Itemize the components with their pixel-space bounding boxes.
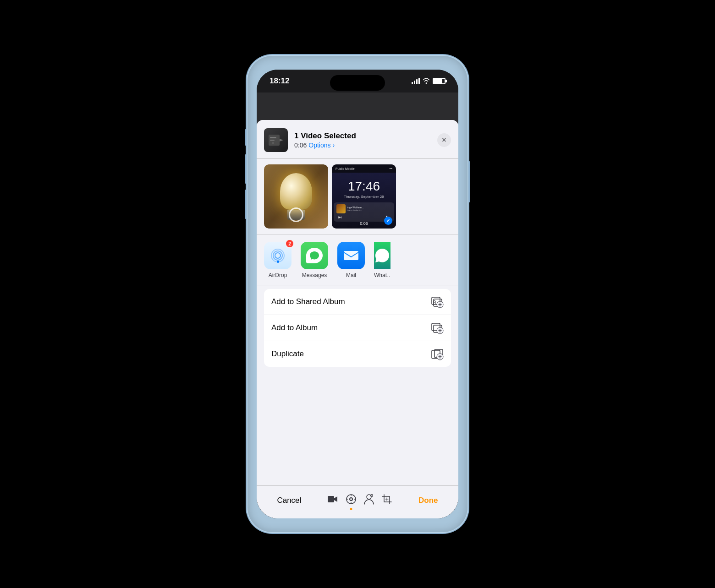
rewind-icon: ⏮ [338, 215, 342, 219]
add-album-icon [431, 321, 444, 334]
crop-icon[interactable] [381, 494, 392, 507]
airdrop-label: AirDrop [269, 272, 287, 278]
album-art [336, 204, 346, 213]
duplicate-label: Duplicate [271, 349, 304, 359]
phone-frame: 18:12 [248, 56, 468, 532]
options-link[interactable]: Options › [308, 142, 335, 149]
svg-rect-2 [270, 140, 275, 141]
header-info: 1 Video Selected 0:06 Options › [294, 131, 431, 149]
app-item-whatsapp[interactable]: What… [374, 242, 390, 278]
bg-content: 1 Video Selected 0:06 Options › × [257, 93, 458, 518]
header-thumbnail [264, 128, 288, 152]
action-item-shared-album[interactable]: Add to Shared Album [264, 289, 451, 315]
svg-rect-15 [328, 496, 334, 502]
media-thumb-screen[interactable]: Public Mobile ▪▪▪ 17:46 Thursday, Septem… [332, 164, 396, 229]
status-icons [412, 77, 446, 85]
shared-album-label: Add to Shared Album [271, 297, 345, 306]
duplicate-icon [431, 348, 444, 360]
dynamic-island [330, 75, 385, 91]
svg-point-18 [350, 498, 352, 500]
status-time: 18:12 [270, 76, 289, 86]
header-title: 1 Video Selected [294, 131, 431, 141]
selection-circle [289, 207, 303, 222]
music-controls: ⏮ ⏸ ✓ [336, 215, 391, 220]
sheet-header: 1 Video Selected 0:06 Options › × [257, 120, 458, 159]
apps-row: 2 AirDrop [257, 234, 458, 285]
battery-icon [433, 78, 446, 84]
power-button[interactable] [468, 161, 470, 202]
screen-status-bar: Public Mobile ▪▪▪ [332, 164, 396, 173]
screen-date: Thursday, September 29 [344, 195, 384, 199]
svg-rect-1 [270, 137, 276, 138]
video-duration: 0:06 [360, 221, 368, 226]
whatsapp-label: What… [374, 272, 390, 278]
person-icon[interactable] [364, 494, 374, 507]
whatsapp-icon [374, 242, 390, 269]
done-button[interactable]: Done [418, 496, 438, 505]
header-meta: 0:06 Options › [294, 142, 431, 149]
mail-label: Mail [346, 272, 356, 278]
screen-time: 17:46 [348, 180, 380, 193]
screen-content: 18:12 [257, 70, 458, 518]
action-list: Add to Shared Album [257, 285, 458, 485]
screen-content-area: 17:46 Thursday, September 29 ing • Wolfh… [332, 173, 396, 229]
add-album-label: Add to Album [271, 323, 318, 332]
svg-rect-4 [344, 251, 358, 260]
music-artist: ing on Laptop b… [347, 209, 391, 211]
action-item-add-album[interactable]: Add to Album [264, 315, 451, 341]
wifi-icon [423, 77, 430, 85]
close-icon: × [442, 136, 446, 144]
video-duration-label: 0:06 [294, 142, 307, 149]
active-dot [350, 508, 352, 510]
volume-up-button[interactable] [245, 154, 247, 184]
signal-icon [412, 78, 420, 84]
action-item-duplicate[interactable]: Duplicate [264, 341, 451, 367]
messages-label: Messages [302, 272, 327, 278]
video-camera-icon[interactable] [327, 495, 338, 506]
app-item-airdrop[interactable]: 2 AirDrop [264, 242, 292, 278]
messages-icon [301, 242, 328, 269]
media-thumb-bulb[interactable] [264, 164, 328, 229]
shared-album-icon [431, 295, 444, 308]
share-sheet: 1 Video Selected 0:06 Options › × [257, 120, 458, 518]
svg-rect-3 [272, 142, 274, 144]
status-bar: 18:12 [257, 70, 458, 93]
cancel-button[interactable]: Cancel [277, 496, 301, 505]
mail-icon [337, 242, 365, 269]
app-item-mail[interactable]: Mail [337, 242, 365, 278]
phone-screen: 18:12 [257, 70, 458, 518]
airdrop-icon: 2 [264, 242, 292, 269]
bottom-toolbar: Cancel [257, 485, 458, 518]
action-group: Add to Shared Album [264, 289, 451, 367]
selected-checkmark: ✓ [384, 217, 392, 225]
music-player: ing • Wolfhear… ing on Laptop b… ⏮ ⏸ [334, 202, 394, 222]
media-row: Public Mobile ▪▪▪ 17:46 Thursday, Septem… [257, 159, 458, 234]
adjust-icon[interactable] [346, 494, 357, 507]
app-item-messages[interactable]: Messages [301, 242, 328, 278]
mute-button[interactable] [245, 129, 247, 146]
airdrop-badge: 2 [285, 239, 294, 248]
volume-down-button[interactable] [245, 190, 247, 219]
toolbar-icons [327, 494, 392, 507]
close-button[interactable]: × [437, 133, 451, 147]
